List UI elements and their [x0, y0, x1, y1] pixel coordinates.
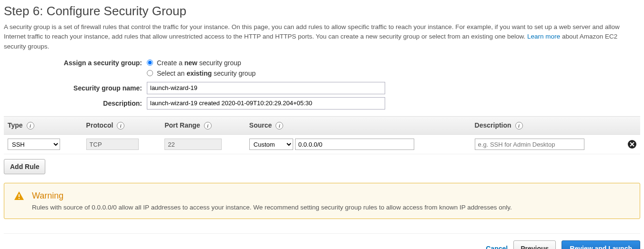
radio-create-pre: Create a: [157, 59, 183, 67]
radio-select-existing[interactable]: Select an existing security group: [147, 70, 256, 77]
th-description: Description i: [471, 116, 624, 134]
svg-rect-0: [19, 194, 20, 197]
remove-rule-icon[interactable]: [628, 140, 636, 149]
info-icon[interactable]: i: [117, 122, 124, 129]
info-icon[interactable]: i: [276, 122, 283, 129]
sg-name-label: Security group name:: [4, 84, 147, 92]
sg-desc-input[interactable]: [147, 97, 385, 110]
radio-create-post: security group: [199, 59, 241, 67]
th-protocol: Protocol i: [82, 116, 161, 134]
warning-text: Rules with source of 0.0.0.0/0 allow all…: [32, 204, 512, 211]
th-type: Type i: [4, 116, 82, 134]
footer-bar: Cancel Previous Review and Launch: [4, 233, 640, 249]
rule-row: SSH Custom: [4, 135, 640, 154]
th-description-text: Description: [475, 121, 511, 129]
svg-rect-1: [19, 198, 20, 199]
learn-more-link[interactable]: Learn more: [527, 33, 560, 40]
rule-description-input[interactable]: [475, 139, 584, 150]
radio-create-bold: new: [184, 59, 197, 67]
rule-port-input: [164, 139, 222, 150]
page-intro: A security group is a set of firewall ru…: [4, 22, 640, 51]
radio-create-new[interactable]: Create a new security group: [147, 59, 241, 67]
rule-type-select[interactable]: SSH: [8, 139, 60, 150]
th-source-text: Source: [249, 121, 272, 129]
radio-select-input[interactable]: [147, 70, 153, 76]
th-type-text: Type: [8, 121, 23, 129]
th-source: Source i: [245, 116, 471, 134]
rule-source-mode-select[interactable]: Custom: [249, 139, 293, 150]
radio-select-pre: Select an: [157, 70, 184, 77]
review-launch-button[interactable]: Review and Launch: [562, 240, 640, 249]
radio-select-post: security group: [214, 70, 256, 77]
rules-table: Type i Protocol i Port Range i Source i …: [4, 116, 640, 154]
th-protocol-text: Protocol: [86, 121, 113, 129]
th-port-text: Port Range: [164, 121, 200, 129]
cancel-link[interactable]: Cancel: [486, 245, 508, 249]
warning-title: Warning: [32, 191, 512, 201]
page-title: Step 6: Configure Security Group: [4, 4, 640, 19]
warning-triangle-icon: [14, 191, 24, 202]
previous-button[interactable]: Previous: [513, 240, 556, 249]
info-icon[interactable]: i: [27, 122, 34, 129]
sg-desc-label: Description:: [4, 100, 147, 107]
assign-label: Assign a security group:: [4, 59, 147, 67]
radio-select-bold: existing: [186, 70, 212, 77]
warning-box: Warning Rules with source of 0.0.0.0/0 a…: [4, 183, 640, 219]
radio-create-input[interactable]: [147, 60, 153, 66]
th-port: Port Range i: [161, 116, 245, 134]
info-icon[interactable]: i: [204, 122, 212, 129]
rule-protocol-input: [86, 139, 139, 150]
sg-name-input[interactable]: [147, 82, 385, 94]
info-icon[interactable]: i: [515, 122, 523, 129]
add-rule-button[interactable]: Add Rule: [4, 159, 45, 174]
rule-source-value-input[interactable]: [295, 139, 414, 150]
